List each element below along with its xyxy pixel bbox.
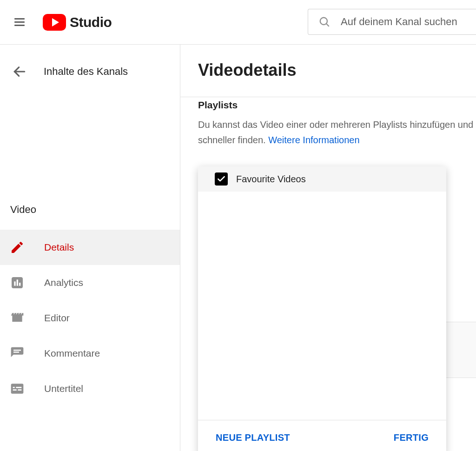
- svg-rect-7: [13, 350, 21, 351]
- comment-icon: [10, 346, 25, 361]
- sidebar-back-label: Inhalte des Kanals: [44, 66, 128, 78]
- svg-rect-11: [18, 389, 21, 391]
- playlist-popup: Favourite Videos NEUE PLAYLIST FERTIG: [198, 166, 446, 451]
- main-content: Videodetails Playlists Du kannst das Vid…: [180, 45, 476, 451]
- section-subtext: Du kannst das Video einer oder mehreren …: [198, 117, 476, 148]
- sidebar-section-label: Video: [0, 204, 180, 216]
- new-playlist-button[interactable]: NEUE PLAYLIST: [216, 432, 290, 443]
- youtube-play-icon: [43, 14, 66, 31]
- hamburger-menu-button[interactable]: [10, 13, 29, 32]
- playlist-popup-body: [198, 192, 446, 420]
- svg-rect-10: [13, 389, 17, 391]
- svg-rect-9: [11, 384, 24, 393]
- svg-rect-13: [16, 387, 21, 388]
- sidebar-item-editor[interactable]: Editor: [0, 300, 180, 336]
- learn-more-link[interactable]: Weitere Informationen: [268, 135, 359, 145]
- sidebar-item-subtitles[interactable]: Untertitel: [0, 371, 180, 406]
- svg-point-0: [320, 18, 327, 25]
- playlist-checkbox[interactable]: [215, 172, 228, 186]
- page-title: Videodetails: [198, 60, 476, 80]
- svg-rect-5: [17, 279, 18, 285]
- sidebar-item-label: Editor: [44, 312, 70, 324]
- sidebar-back[interactable]: Inhalte des Kanals: [0, 56, 180, 87]
- search-input[interactable]: [341, 16, 476, 28]
- search-box[interactable]: [308, 9, 476, 35]
- playlist-row[interactable]: Favourite Videos: [198, 166, 446, 192]
- sidebar-item-comments[interactable]: Kommentare: [0, 336, 180, 371]
- pencil-icon: [10, 240, 25, 255]
- sidebar-item-label: Kommentare: [44, 348, 100, 359]
- analytics-icon: [10, 275, 25, 290]
- svg-line-1: [326, 24, 329, 27]
- sidebar-item-analytics[interactable]: Analytics: [0, 265, 180, 300]
- back-arrow-icon: [12, 64, 27, 79]
- playlist-item-label: Favourite Videos: [236, 174, 306, 185]
- hamburger-icon: [14, 17, 25, 27]
- section-heading: Playlists: [198, 99, 476, 111]
- svg-rect-4: [14, 281, 15, 285]
- sidebar-item-label: Untertitel: [44, 383, 83, 394]
- svg-rect-8: [13, 352, 19, 352]
- svg-rect-12: [13, 387, 15, 388]
- sidebar: Inhalte des Kanals Video Details Analyti…: [0, 45, 180, 451]
- svg-rect-6: [19, 283, 20, 286]
- subtitles-icon: [10, 381, 25, 396]
- playlist-popup-footer: NEUE PLAYLIST FERTIG: [198, 420, 446, 451]
- done-button[interactable]: FERTIG: [394, 432, 429, 443]
- clapperboard-icon: [10, 311, 25, 325]
- sidebar-item-details[interactable]: Details: [0, 230, 180, 265]
- background-info-box: htigung „spezie n: [446, 322, 476, 378]
- sidebar-item-label: Details: [44, 242, 74, 253]
- divider: [180, 97, 476, 97]
- search-icon: [318, 16, 331, 28]
- sidebar-item-label: Analytics: [44, 277, 83, 288]
- studio-logo[interactable]: Studio: [43, 14, 112, 31]
- brand-text: Studio: [70, 14, 112, 30]
